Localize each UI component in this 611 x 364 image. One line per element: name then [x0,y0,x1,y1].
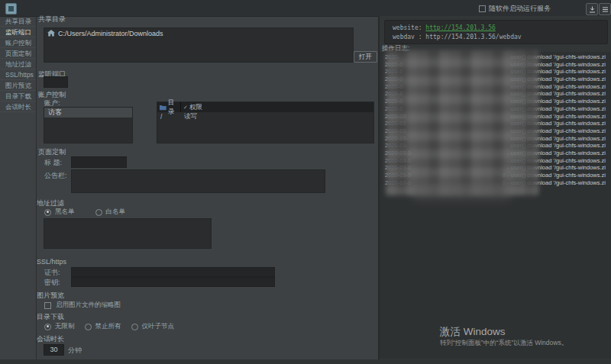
perm-column-header[interactable]: ✓ 权限 [181,103,373,112]
filter-textarea[interactable] [44,218,212,249]
website-line: website: http://154.201.3.56 [393,24,496,31]
session-section-label: 会话时长 [37,334,64,344]
check-icon: ✓ [183,105,188,111]
session-unit-label: 分钟 [68,346,82,356]
dirdl-unlimited-radio[interactable] [44,324,51,330]
sidebar-item-preview[interactable]: 图片预览 [0,80,36,91]
webdav-label: webdav : [393,34,422,40]
website-link[interactable]: http://154.201.3.56 [425,24,496,31]
key-label: 密钥: [44,278,60,288]
sidebar: 共享目录 监听端口 账户控制 页面定制 地址过滤 SSL/https 图片预览 … [0,16,37,364]
notice-label: 公告栏: [44,171,67,181]
autostart-toggle[interactable]: 随软件启动运行服务 [479,4,551,14]
perm-column-label: 权限 [189,103,202,112]
activate-windows-title: 激活 Windows [440,325,506,339]
folder-icon [160,105,166,111]
home-icon [47,30,55,37]
censored-blur-region [386,50,538,195]
title-input[interactable] [71,156,127,168]
webdav-url: http://154.201.3.56/webdav [425,34,521,40]
share-dir-path: C:/Users/Administrator/Downloads [58,30,163,37]
perm-row-perm: 读写 [181,112,197,121]
dirdl-section-label: 目录下载 [37,312,64,322]
key-input[interactable] [71,277,275,287]
dir-column-header[interactable]: 目录 [157,102,181,112]
share-dir-section-label: 共享目录 [38,14,66,24]
permissions-table-row[interactable]: / 读写 [157,112,373,121]
cert-input[interactable] [71,267,275,277]
thumbnail-checkbox-label: 启用图片文件的缩略图 [56,301,121,310]
autostart-checkbox[interactable] [479,5,486,12]
sidebar-item-dir-download[interactable]: 目录下载 [0,91,36,101]
download-icon [589,6,596,13]
whitelist-radio[interactable] [95,209,102,216]
port-input[interactable] [44,76,68,88]
page-section-label: 页面定制 [38,147,66,157]
permissions-table[interactable]: 目录 ✓ 权限 / 读写 [157,101,374,143]
sidebar-item-session[interactable]: 会话时长 [0,101,36,112]
website-label: website: [393,24,422,31]
notice-textarea[interactable] [71,169,325,193]
preview-option: 启用图片文件的缩略图 [44,301,121,310]
share-dir-item[interactable]: C:/Users/Administrator/Downloads [44,28,353,38]
share-dir-list[interactable]: C:/Users/Administrator/Downloads [44,27,354,63]
ssl-section-label: SSL/https [37,258,66,266]
autostart-label: 随软件启动运行服务 [489,4,551,14]
app-window: 随软件启动运行服务 共享目录 监听端口 账户控制 页面定制 地址过滤 SSL/h… [0,0,611,364]
whitelist-label: 白名单 [106,208,126,217]
blacklist-radio[interactable] [44,209,51,216]
sidebar-item-ssl[interactable]: SSL/https [0,69,36,80]
activate-windows-subtitle: 转到“控制面板”中的“系统”以激活 Windows。 [440,339,567,348]
censored-blur-region-small [412,182,512,200]
dirdl-unlimited-label: 无限制 [55,322,75,331]
account-list-item[interactable]: 访客 [44,108,132,118]
app-icon [5,3,17,14]
blacklist-label: 黑名单 [55,208,75,217]
account-list[interactable]: 访客 [44,107,133,143]
sidebar-item-share-dir[interactable]: 共享目录 [0,16,36,27]
webdav-line: webdav : http://154.201.3.56/webdav [393,34,522,40]
dirdl-leaf-label: 仅叶子节点 [142,322,175,331]
sidebar-item-page[interactable]: 页面定制 [0,48,36,59]
menu-icon [602,6,609,13]
sidebar-item-port[interactable]: 监听端口 [0,27,36,37]
menu-button[interactable] [599,3,611,15]
dirdl-leaf-radio[interactable] [131,324,138,330]
dirdl-options: 无限制 禁止所有 仅叶子节点 [44,322,174,331]
sidebar-item-account[interactable]: 账户控制 [0,37,36,48]
preview-section-label: 图片预览 [37,291,64,301]
filter-options: 黑名单 白名单 [44,208,125,217]
session-input[interactable]: 30 [44,344,64,356]
thumbnail-checkbox[interactable] [44,302,51,309]
open-button[interactable]: 打开 [354,51,377,63]
cert-label: 证书: [44,268,60,278]
app-icon-glyph [8,6,14,11]
dirdl-forbid-radio[interactable] [85,324,92,330]
download-button[interactable] [586,3,598,15]
sidebar-item-filter[interactable]: 地址过滤 [0,59,36,69]
title-label: 标 题: [44,158,62,168]
perm-row-dir: / [157,113,181,121]
server-info-box: website: http://154.201.3.56 webdav : ht… [384,20,608,44]
permissions-table-header: 目录 ✓ 权限 [157,102,373,112]
dirdl-forbid-label: 禁止所有 [95,322,121,331]
window-bottom-edge [0,359,611,364]
